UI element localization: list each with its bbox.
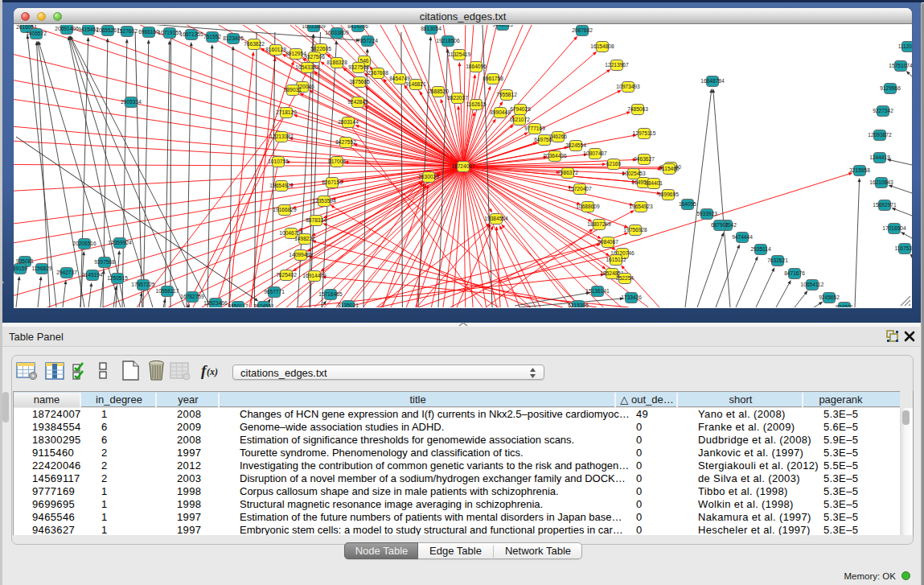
svg-text:16210643: 16210643: [869, 179, 893, 185]
svg-text:19166829: 19166829: [273, 207, 297, 212]
svg-text:1527602: 1527602: [117, 28, 138, 34]
svg-text:6215305: 6215305: [568, 303, 589, 307]
svg-text:9242845: 9242845: [347, 99, 368, 105]
svg-text:9084067: 9084067: [598, 239, 618, 245]
svg-text:3215958: 3215958: [849, 167, 870, 173]
svg-text:9327508: 9327508: [348, 64, 369, 70]
svg-text:15716465: 15716465: [318, 291, 343, 297]
svg-text:8813054: 8813054: [421, 26, 441, 31]
svg-text:924501: 924501: [836, 304, 853, 307]
svg-text:16914479: 16914479: [302, 273, 326, 278]
svg-text:989031: 989031: [284, 87, 302, 93]
svg-text:9474444: 9474444: [732, 234, 753, 240]
svg-text:10719155: 10719155: [158, 30, 182, 35]
svg-text:8267150: 8267150: [322, 179, 343, 185]
svg-text:19756928: 19756928: [623, 227, 647, 233]
svg-text:7857224: 7857224: [357, 38, 378, 43]
svg-text:17359924: 17359924: [108, 240, 132, 245]
svg-text:1145194: 1145194: [82, 272, 103, 278]
svg-text:1405572: 1405572: [26, 31, 47, 36]
svg-text:6794028: 6794028: [510, 106, 531, 112]
svg-text:2935114: 2935114: [750, 246, 771, 252]
svg-text:16671355: 16671355: [179, 31, 203, 37]
svg-text:15136141: 15136141: [585, 288, 610, 294]
svg-text:39159: 39159: [14, 266, 27, 271]
svg-text:15751074: 15751074: [889, 63, 912, 68]
svg-text:10654112: 10654112: [801, 282, 824, 287]
svg-text:17957225: 17957225: [131, 282, 155, 287]
svg-text:19654923: 19654923: [629, 204, 653, 209]
svg-text:164095: 164095: [679, 201, 696, 207]
svg-text:2905334: 2905334: [121, 99, 142, 105]
svg-text:10807487: 10807487: [583, 150, 607, 156]
svg-text:7632621: 7632621: [767, 257, 788, 263]
svg-text:19654922: 19654922: [269, 183, 294, 188]
svg-text:9899695: 9899695: [658, 192, 679, 197]
svg-text:9129966: 9129966: [880, 85, 901, 91]
svg-text:15692971: 15692971: [873, 202, 897, 208]
svg-text:2367608: 2367608: [368, 70, 388, 76]
svg-text:5822605: 5822605: [310, 46, 331, 51]
svg-text:8878334: 8878334: [306, 217, 326, 223]
svg-text:16782759: 16782759: [180, 294, 204, 299]
svg-text:9446015: 9446015: [492, 25, 513, 27]
svg-text:16648784: 16648784: [700, 78, 725, 84]
svg-text:11325419: 11325419: [448, 51, 471, 57]
svg-text:1498222: 1498222: [294, 236, 315, 241]
svg-text:8135021: 8135021: [338, 303, 359, 307]
svg-text:(x): (x): [207, 366, 218, 377]
svg-text:1615112: 1615112: [606, 257, 626, 262]
svg-text:687902: 687902: [711, 222, 729, 228]
svg-text:6966160: 6966160: [138, 29, 159, 35]
svg-text:8414206: 8414206: [347, 25, 368, 29]
svg-text:7663822: 7663822: [244, 41, 265, 47]
svg-text:1864096: 1864096: [466, 64, 487, 69]
svg-text:10543382: 10543382: [295, 64, 319, 70]
svg-text:9397568: 9397568: [94, 259, 115, 265]
svg-text:1162615: 1162615: [466, 101, 487, 107]
svg-text:8454749: 8454749: [389, 76, 410, 81]
svg-text:746266: 746266: [549, 134, 567, 139]
svg-text:7625402: 7625402: [276, 272, 297, 278]
svg-text:3824554: 3824554: [565, 142, 586, 148]
svg-text:20364436: 20364436: [543, 153, 567, 159]
svg-text:2087682: 2087682: [572, 27, 593, 33]
svg-text:6961758: 6961758: [483, 76, 503, 81]
svg-text:8160128: 8160128: [265, 47, 286, 52]
svg-text:984401: 984401: [645, 180, 663, 186]
svg-text:9115460: 9115460: [659, 166, 680, 171]
svg-text:16033809: 16033809: [302, 25, 326, 29]
svg-text:8822037: 8822037: [447, 95, 468, 101]
svg-text:9657771: 9657771: [264, 289, 285, 295]
svg-text:1010755: 1010755: [268, 159, 289, 164]
svg-text:9227342: 9227342: [873, 108, 893, 113]
svg-text:1733426: 1733426: [621, 295, 642, 300]
svg-text:252254: 252254: [616, 275, 634, 281]
svg-text:12093872: 12093872: [868, 132, 892, 138]
svg-text:17016504: 17016504: [882, 225, 906, 231]
svg-text:7024551: 7024551: [253, 303, 274, 307]
svg-text:10025453: 10025453: [622, 171, 646, 176]
svg-text:7955812: 7955812: [496, 92, 517, 97]
svg-text:10973493: 10973493: [616, 84, 640, 89]
svg-text:10958117: 10958117: [156, 288, 179, 294]
svg-text:19384554: 19384554: [484, 216, 508, 221]
svg-text:1244419: 1244419: [869, 154, 890, 160]
svg-text:9327506: 9327506: [304, 54, 325, 60]
svg-text:1621072: 1621072: [509, 117, 530, 122]
svg-text:9146821: 9146821: [405, 81, 426, 87]
svg-text:2830029: 2830029: [418, 174, 439, 179]
svg-text:10688609: 10688609: [576, 204, 600, 209]
svg-text:8471676: 8471676: [784, 270, 805, 276]
svg-text:9777169: 9777169: [524, 126, 545, 131]
svg-text:20206516: 20206516: [72, 241, 97, 246]
svg-text:18807249: 18807249: [587, 221, 611, 227]
svg-text:1167533: 1167533: [894, 245, 912, 251]
svg-text:12353594: 12353594: [312, 198, 336, 204]
svg-text:16154808: 16154808: [590, 43, 614, 49]
svg-text:9350112: 9350112: [228, 303, 248, 307]
svg-text:15720407: 15720407: [568, 186, 592, 192]
svg-text:2803144: 2803144: [338, 119, 359, 125]
svg-text:12213967: 12213967: [605, 62, 629, 68]
svg-text:62160: 62160: [606, 161, 622, 167]
